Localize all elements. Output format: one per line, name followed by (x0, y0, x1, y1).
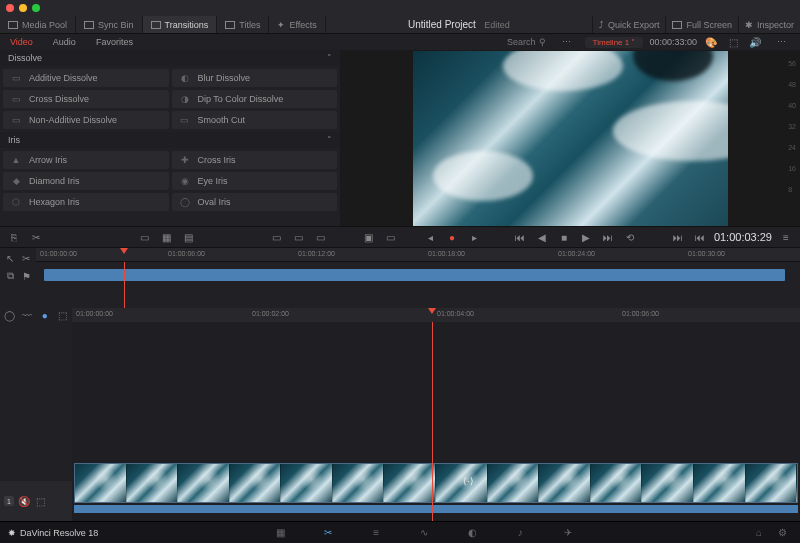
video-clip[interactable]: ⟨·⟩ (74, 463, 798, 503)
item-blur-dissolve[interactable]: ◐Blur Dissolve (172, 69, 338, 87)
iris-icon: ⬡ (9, 197, 23, 207)
timeline-playhead[interactable] (428, 308, 436, 314)
item-diamond-iris[interactable]: ◆Diamond Iris (3, 172, 169, 190)
selection-tool-icon[interactable]: ↖ (4, 252, 16, 264)
item-eye-iris[interactable]: ◉Eye Iris (172, 172, 338, 190)
panel-options-button[interactable]: ⋯ (554, 37, 579, 47)
media-page-icon[interactable]: ▦ (271, 526, 289, 540)
item-dip-to-color[interactable]: ◑Dip To Color Dissolve (172, 90, 338, 108)
item-cross-iris[interactable]: ✚Cross Iris (172, 151, 338, 169)
tool-e-icon[interactable]: ▭ (290, 230, 306, 244)
resolve-logo-icon: ✸ (8, 528, 16, 538)
prev-edit-icon[interactable]: ◂ (422, 230, 438, 244)
v1-track-header[interactable]: 1 🔇 ⬚ (0, 481, 72, 521)
mute-icon[interactable]: 🔇 (18, 495, 30, 507)
item-non-additive[interactable]: ▭Non-Additive Dissolve (3, 111, 169, 129)
item-arrow-iris[interactable]: ▲Arrow Iris (3, 151, 169, 169)
tool-b-icon[interactable]: ▦ (158, 230, 174, 244)
go-end-button[interactable]: ⏭ (600, 230, 616, 244)
fairlight-page-icon[interactable]: ♪ (511, 526, 529, 540)
play-button[interactable]: ▶ (578, 230, 594, 244)
transitions-tab[interactable]: Transitions (143, 16, 218, 33)
tool-smart-insert-icon[interactable]: ⎘ (6, 230, 22, 244)
timeline-body[interactable]: 01:00:00:00 01:00:02:00 01:00:04:00 01:0… (72, 308, 800, 521)
blade-tool-icon[interactable]: ✂ (20, 252, 32, 264)
favorites-filter-tab[interactable]: Favorites (86, 37, 143, 47)
item-smooth-cut[interactable]: ▭Smooth Cut (172, 111, 338, 129)
item-oval-iris[interactable]: ◯Oval Iris (172, 193, 338, 211)
volume-icon[interactable]: 🔊 (747, 35, 763, 49)
next-clip-button[interactable]: ⏭ (670, 230, 686, 244)
video-filter-tab[interactable]: Video (0, 37, 43, 47)
options-icon[interactable]: ≡ (778, 230, 794, 244)
ruler-mark: 01:00:06:00 (168, 250, 205, 257)
main-area: Dissolve ˄ ▭Additive Dissolve ◐Blur Diss… (0, 50, 800, 226)
go-start-button[interactable]: ⏮ (512, 230, 528, 244)
tool-c-icon[interactable]: ▤ (180, 230, 196, 244)
timeline-selector[interactable]: Timeline 1 ˅ (585, 37, 644, 48)
project-manager-icon[interactable]: ⌂ (750, 526, 768, 540)
dissolve-icon: ▭ (9, 115, 23, 125)
timeline-playline (432, 322, 433, 521)
sync-bin-tab[interactable]: Sync Bin (76, 16, 143, 33)
marker-tool-icon[interactable]: ⚑ (20, 270, 32, 282)
trim-cursor-icon[interactable]: ⟨·⟩ (463, 476, 474, 486)
cut-page-icon[interactable]: ✂ (319, 526, 337, 540)
inspector-button[interactable]: ✱Inspector (738, 16, 800, 33)
item-additive-dissolve[interactable]: ▭Additive Dissolve (3, 69, 169, 87)
full-screen-label: Full Screen (686, 20, 732, 30)
viewer-options-button[interactable]: ⋯ (769, 37, 794, 47)
lock-icon[interactable]: ⬚ (34, 495, 46, 507)
tracks-area[interactable]: ⟨·⟩ (72, 322, 800, 521)
clip-bar[interactable] (44, 269, 785, 281)
snap-tool-icon[interactable]: ⧉ (4, 270, 16, 282)
quick-export-button[interactable]: ⤴Quick Export (592, 16, 666, 33)
effects-tab[interactable]: ✦Effects (269, 16, 325, 33)
edit-page-icon[interactable]: ≡ (367, 526, 385, 540)
next-edit-icon[interactable]: ▸ (466, 230, 482, 244)
project-settings-icon[interactable]: ⚙ (774, 526, 792, 540)
loop-button[interactable]: ⟲ (622, 230, 638, 244)
deliver-page-icon[interactable]: ✈ (559, 526, 577, 540)
timeline-ruler[interactable]: 01:00:00:00 01:00:02:00 01:00:04:00 01:0… (72, 308, 800, 322)
category-dissolve[interactable]: Dissolve ˄ (0, 50, 340, 66)
step-back-button[interactable]: ◀ (534, 230, 550, 244)
page-bar: ✸ DaVinci Resolve 18 ▦ ✂ ≡ ∿ ◐ ♪ ✈ ⌂ ⚙ (0, 521, 800, 543)
item-cross-dissolve[interactable]: ▭Cross Dissolve (3, 90, 169, 108)
record-icon[interactable]: ⬚ (57, 309, 69, 321)
color-page-icon[interactable]: ◐ (463, 526, 481, 540)
tool-f-icon[interactable]: ▭ (312, 230, 328, 244)
safe-area-icon[interactable]: ▣ (360, 230, 376, 244)
sync-bin-label: Sync Bin (98, 20, 134, 30)
bypass-icon[interactable]: ⬚ (725, 35, 741, 49)
marker-dot-icon[interactable]: ● (444, 230, 460, 244)
dissolve-items: ▭Additive Dissolve ◐Blur Dissolve ▭Cross… (0, 66, 340, 132)
audio-filter-tab[interactable]: Audio (43, 37, 86, 47)
export-icon: ⤴ (599, 20, 604, 30)
tool-cut-icon[interactable]: ✂ (28, 230, 44, 244)
upper-track[interactable] (36, 262, 800, 308)
upper-ruler[interactable]: 01:00:00:00 01:00:06:00 01:00:12:00 01:0… (36, 248, 800, 262)
zoom-fit-icon[interactable]: ▭ (382, 230, 398, 244)
prev-clip-button[interactable]: ⏮ (692, 230, 708, 244)
sync-lock-icon[interactable]: ◯ (4, 309, 16, 321)
audio-clip[interactable] (74, 505, 798, 513)
fullscreen-window-button[interactable] (32, 4, 40, 12)
full-screen-button[interactable]: Full Screen (665, 16, 738, 33)
media-pool-tab[interactable]: Media Pool (0, 16, 76, 33)
close-window-button[interactable] (6, 4, 14, 12)
category-iris[interactable]: Iris ˄ (0, 132, 340, 148)
tool-d-icon[interactable]: ▭ (268, 230, 284, 244)
fusion-page-icon[interactable]: ∿ (415, 526, 433, 540)
tool-a-icon[interactable]: ▭ (136, 230, 152, 244)
upper-playhead[interactable] (120, 248, 128, 254)
search-icon[interactable]: ⚲ (539, 37, 546, 47)
minimize-window-button[interactable] (19, 4, 27, 12)
audio-scroll-icon[interactable]: 〰 (22, 309, 34, 321)
video-only-icon[interactable]: ● (39, 309, 51, 321)
stop-button[interactable]: ■ (556, 230, 572, 244)
viewer-frame[interactable] (413, 51, 728, 226)
color-picker-icon[interactable]: 🎨 (703, 35, 719, 49)
titles-tab[interactable]: Titles (217, 16, 269, 33)
item-hexagon-iris[interactable]: ⬡Hexagon Iris (3, 193, 169, 211)
